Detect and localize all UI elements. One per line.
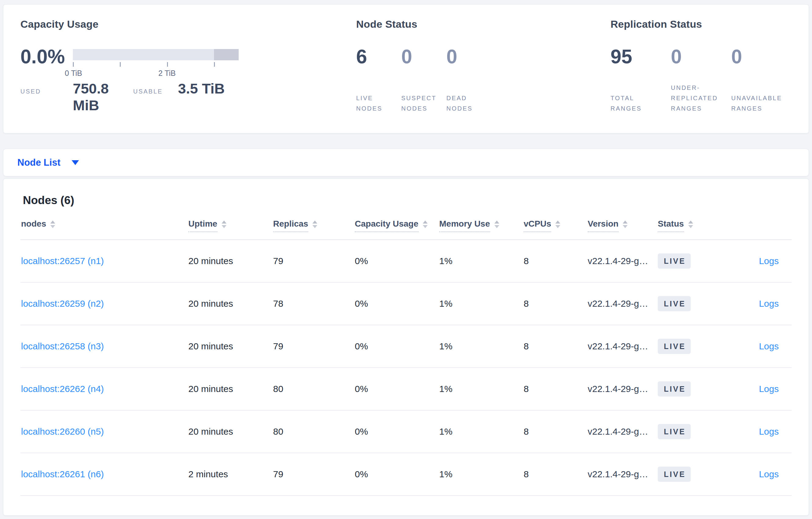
status-badge: LIVE xyxy=(658,339,691,354)
vcpus-cell: 8 xyxy=(524,469,588,480)
replicas-cell: 79 xyxy=(273,469,355,480)
used-label: USED xyxy=(21,88,73,95)
uptime-cell: 2 minutes xyxy=(188,469,273,480)
total-ranges-label: TOTAL RANGES xyxy=(611,93,653,114)
capacity-cell: 0% xyxy=(355,299,439,309)
memory-cell: 1% xyxy=(439,426,524,437)
dead-nodes-stat: 0 DEAD NODES xyxy=(446,47,491,114)
node-list-dropdown-label: Node List xyxy=(18,157,60,168)
header-capacity-usage[interactable]: Capacity Usage xyxy=(355,219,439,232)
replicas-cell: 80 xyxy=(273,384,355,394)
logs-link[interactable]: Logs xyxy=(759,426,779,437)
node-link[interactable]: localhost:26258 (n3) xyxy=(21,341,104,351)
header-status[interactable]: Status xyxy=(658,219,717,232)
live-nodes-label: LIVE NODES xyxy=(356,93,394,114)
unavailable-ranges-stat: 0 UNAVAILABLE RANGES xyxy=(731,47,791,114)
vcpus-cell: 8 xyxy=(524,256,588,266)
nodes-table-title: Nodes (6) xyxy=(21,194,791,207)
replication-status-title: Replication Status xyxy=(611,18,791,30)
nodes-table-header: nodes Uptime Replicas Capacity Usage Mem… xyxy=(21,219,791,240)
header-version[interactable]: Version xyxy=(588,219,658,232)
capacity-usage-title: Capacity Usage xyxy=(21,18,356,30)
version-cell: v22.1.4-29-g… xyxy=(588,469,658,480)
under-replicated-ranges-stat: 0 UNDER-REPLICATED RANGES xyxy=(671,47,731,114)
gauge-ticks xyxy=(73,62,239,67)
replicas-cell: 79 xyxy=(273,256,355,266)
node-status-panel: Node Status 6 LIVE NODES 0 SUSPECT NODES… xyxy=(356,18,611,119)
capacity-used-row: USED 750.8 MiB USABLE 3.5 TiB xyxy=(21,80,356,114)
header-memory-use-label: Memory Use xyxy=(439,219,490,232)
node-link[interactable]: localhost:26262 (n4) xyxy=(21,384,104,394)
capacity-gauge-row: 0.0% 0 TiB 2 TiB xyxy=(21,47,356,78)
sort-icon xyxy=(688,220,693,228)
header-memory-use[interactable]: Memory Use xyxy=(439,219,524,232)
node-status-stats-row: 6 LIVE NODES 0 SUSPECT NODES 0 DEAD NODE… xyxy=(356,47,611,114)
gauge-tick xyxy=(214,62,215,67)
nodes-table-card: Nodes (6) nodes Uptime Replicas Capacity… xyxy=(3,179,809,516)
status-badge: LIVE xyxy=(658,381,691,397)
table-row: localhost:26261 (n6) 2 minutes 79 0% 1% … xyxy=(21,453,791,496)
logs-link[interactable]: Logs xyxy=(759,256,779,266)
version-cell: v22.1.4-29-g… xyxy=(588,426,658,437)
header-nodes[interactable]: nodes xyxy=(21,219,188,232)
table-row: localhost:26258 (n3) 20 minutes 79 0% 1%… xyxy=(21,325,791,368)
capacity-percent-value: 0.0% xyxy=(21,47,73,67)
usable-label: USABLE xyxy=(133,88,178,95)
status-badge: LIVE xyxy=(658,296,691,311)
live-nodes-stat: 6 LIVE NODES xyxy=(356,47,401,114)
gauge-axis-labels: 0 TiB 2 TiB xyxy=(73,69,239,78)
logs-link[interactable]: Logs xyxy=(759,384,779,394)
table-row: localhost:26257 (n1) 20 minutes 79 0% 1%… xyxy=(21,240,791,283)
node-link[interactable]: localhost:26261 (n6) xyxy=(21,469,104,479)
logs-link[interactable]: Logs xyxy=(759,469,779,480)
header-nodes-label: nodes xyxy=(21,219,46,232)
gauge-tick xyxy=(73,62,74,67)
capacity-cell: 0% xyxy=(355,341,439,352)
caret-down-icon xyxy=(71,160,79,165)
memory-cell: 1% xyxy=(439,256,524,266)
sort-icon xyxy=(313,220,317,228)
logs-link[interactable]: Logs xyxy=(759,341,779,352)
uptime-cell: 20 minutes xyxy=(188,384,273,394)
logs-link[interactable]: Logs xyxy=(759,299,779,309)
replication-stats-row: 95 TOTAL RANGES 0 UNDER-REPLICATED RANGE… xyxy=(611,47,791,114)
header-replicas[interactable]: Replicas xyxy=(273,219,355,232)
sort-icon xyxy=(222,220,227,228)
capacity-cell: 0% xyxy=(355,426,439,437)
sort-icon xyxy=(50,220,55,228)
header-vcpus-label: vCPUs xyxy=(524,219,551,232)
status-badge: LIVE xyxy=(658,424,691,439)
total-ranges-stat: 95 TOTAL RANGES xyxy=(611,47,671,114)
sort-icon xyxy=(555,220,560,228)
uptime-cell: 20 minutes xyxy=(188,426,273,437)
suspect-nodes-label: SUSPECT NODES xyxy=(401,93,439,114)
header-vcpus[interactable]: vCPUs xyxy=(524,219,588,232)
uptime-cell: 20 minutes xyxy=(188,341,273,352)
header-capacity-usage-label: Capacity Usage xyxy=(355,219,418,232)
node-link[interactable]: localhost:26260 (n5) xyxy=(21,426,104,436)
node-status-stats: 6 LIVE NODES 0 SUSPECT NODES 0 DEAD NODE… xyxy=(356,47,611,114)
memory-cell: 1% xyxy=(439,384,524,394)
sort-icon xyxy=(423,220,428,228)
header-version-label: Version xyxy=(588,219,618,232)
capacity-cell: 0% xyxy=(355,256,439,266)
dead-nodes-label: DEAD NODES xyxy=(446,93,484,114)
header-uptime[interactable]: Uptime xyxy=(188,219,273,232)
capacity-gauge-bar xyxy=(73,49,239,60)
replication-stats: 95 TOTAL RANGES 0 UNDER-REPLICATED RANGE… xyxy=(611,47,791,114)
dead-nodes-value: 0 xyxy=(446,47,491,67)
sort-icon xyxy=(623,220,628,228)
replication-status-panel: Replication Status 95 TOTAL RANGES 0 UND… xyxy=(611,18,791,119)
header-uptime-label: Uptime xyxy=(188,219,217,232)
live-nodes-value: 6 xyxy=(356,47,401,67)
replicas-cell: 78 xyxy=(273,299,355,309)
table-row: localhost:26260 (n5) 20 minutes 80 0% 1%… xyxy=(21,410,791,453)
node-link[interactable]: localhost:26259 (n2) xyxy=(21,299,104,309)
gauge-axis-label-2: 2 TiB xyxy=(158,69,176,78)
node-list-dropdown[interactable]: Node List xyxy=(18,157,79,168)
uptime-cell: 20 minutes xyxy=(188,299,273,309)
capacity-usage-panel: Capacity Usage 0.0% 0 TiB xyxy=(21,18,356,119)
node-link[interactable]: localhost:26257 (n1) xyxy=(21,256,104,266)
version-cell: v22.1.4-29-g… xyxy=(588,384,658,394)
capacity-gauge: 0 TiB 2 TiB xyxy=(73,49,239,78)
